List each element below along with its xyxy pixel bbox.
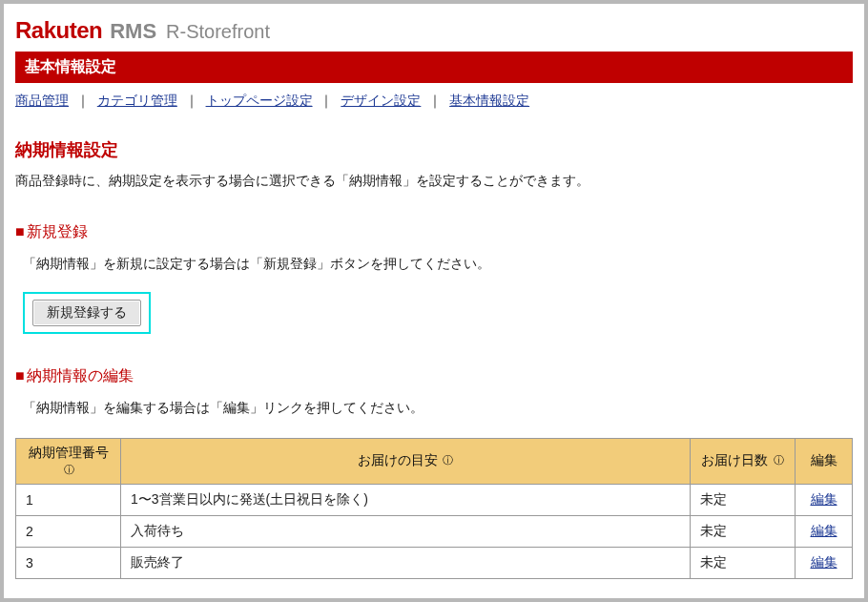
page-title-bar: 基本情報設定 — [15, 52, 853, 83]
breadcrumb-item-toppage[interactable]: トップページ設定 — [206, 93, 313, 108]
edit-section-heading: ■納期情報の編集 — [15, 366, 853, 386]
header-num-label: 納期管理番号 — [29, 445, 109, 460]
cell-num: 3 — [16, 547, 121, 578]
table-header-num: 納期管理番号 ⓘ — [16, 439, 121, 485]
cell-days: 未定 — [691, 484, 796, 515]
delivery-table: 納期管理番号 ⓘ お届けの目安 ⓘ お届け日数 ⓘ 編集 — [15, 438, 853, 579]
help-icon[interactable]: ⓘ — [64, 463, 74, 477]
help-icon[interactable]: ⓘ — [774, 453, 784, 467]
section-description: 商品登録時に、納期設定を表示する場合に選択できる「納期情報」を設定することができ… — [15, 173, 853, 190]
breadcrumb-item-product[interactable]: 商品管理 — [15, 93, 69, 108]
register-section-heading: ■新規登録 — [15, 222, 853, 242]
table-row: 1 1〜3営業日以内に発送(土日祝日を除く) 未定 編集 — [16, 484, 853, 515]
cell-edit: 編集 — [796, 515, 853, 547]
table-header-row: 納期管理番号 ⓘ お届けの目安 ⓘ お届け日数 ⓘ 編集 — [16, 439, 853, 485]
cell-edit: 編集 — [796, 484, 853, 515]
page-container: Rakuten RMS R-Storefront 基本情報設定 商品管理 ｜ カ… — [4, 4, 864, 598]
header-edit-label: 編集 — [811, 452, 837, 467]
cell-guide: 入荷待ち — [121, 515, 691, 547]
edit-section-text: 「納期情報」を編集する場合は「編集」リンクを押してください。 — [23, 400, 853, 417]
cell-guide: 販売終了 — [121, 547, 691, 578]
edit-link[interactable]: 編集 — [811, 491, 837, 507]
register-button-highlight: 新規登録する — [23, 292, 151, 334]
breadcrumb-item-basic[interactable]: 基本情報設定 — [449, 93, 529, 108]
table-row: 3 販売終了 未定 編集 — [16, 547, 853, 578]
breadcrumb-item-category[interactable]: カテゴリ管理 — [97, 93, 177, 108]
brand-main: Rakuten — [15, 17, 102, 44]
breadcrumb: 商品管理 ｜ カテゴリ管理 ｜ トップページ設定 ｜ デザイン設定 ｜ 基本情報… — [15, 93, 853, 110]
register-button[interactable]: 新規登録する — [32, 300, 141, 326]
register-heading-text: 新規登録 — [27, 223, 88, 239]
table-header-days: お届け日数 ⓘ — [691, 439, 796, 485]
brand-detail: R-Storefront — [166, 21, 270, 43]
brand-header: Rakuten RMS R-Storefront — [15, 17, 853, 44]
cell-num: 1 — [16, 484, 121, 515]
square-bullet-icon: ■ — [15, 367, 25, 384]
help-icon[interactable]: ⓘ — [443, 453, 453, 467]
breadcrumb-sep-icon: ｜ — [185, 93, 198, 108]
cell-days: 未定 — [691, 547, 796, 578]
edit-link[interactable]: 編集 — [811, 523, 837, 538]
header-guide-label: お届けの目安 — [358, 452, 438, 467]
header-days-label: お届け日数 — [701, 452, 768, 467]
register-section-text: 「納期情報」を新規に設定する場合は「新規登録」ボタンを押してください。 — [23, 256, 853, 273]
brand-sub: RMS — [110, 19, 156, 44]
delivery-table-wrapper: 納期管理番号 ⓘ お届けの目安 ⓘ お届け日数 ⓘ 編集 — [15, 438, 853, 579]
cell-edit: 編集 — [796, 547, 853, 578]
edit-link[interactable]: 編集 — [811, 554, 837, 570]
square-bullet-icon: ■ — [15, 223, 25, 239]
breadcrumb-item-design[interactable]: デザイン設定 — [341, 93, 421, 108]
breadcrumb-sep-icon: ｜ — [320, 93, 333, 108]
cell-days: 未定 — [691, 515, 796, 547]
section-main-title: 納期情報設定 — [15, 138, 853, 161]
edit-heading-text: 納期情報の編集 — [27, 367, 134, 384]
table-header-edit: 編集 — [796, 439, 853, 485]
cell-num: 2 — [16, 515, 121, 547]
table-row: 2 入荷待ち 未定 編集 — [16, 515, 853, 547]
table-header-guide: お届けの目安 ⓘ — [121, 439, 691, 485]
cell-guide: 1〜3営業日以内に発送(土日祝日を除く) — [121, 484, 691, 515]
breadcrumb-sep-icon: ｜ — [428, 93, 442, 108]
breadcrumb-sep-icon: ｜ — [76, 93, 90, 108]
